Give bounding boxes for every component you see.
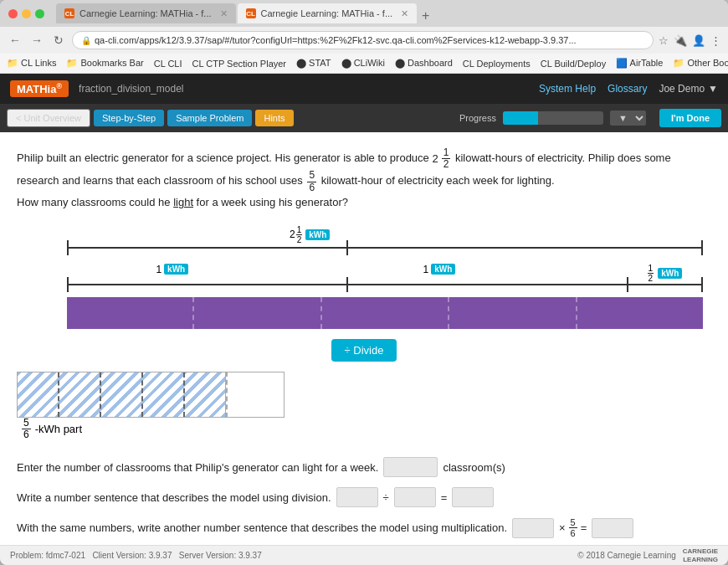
problem-text-1: Philip built an electric generator for a…: [17, 152, 432, 164]
q1-unit: classroom(s): [443, 461, 505, 474]
carnegie-logo: CARNEGIE LEARNING: [683, 547, 718, 563]
top-label-mixed: 212: [290, 225, 303, 244]
user-dropdown-icon: ▼: [708, 83, 718, 95]
fraction-five-sixths: 56: [307, 170, 316, 193]
multiply-fraction: ×56=: [559, 517, 587, 538]
btick-end: [701, 277, 703, 292]
bm-stat[interactable]: ⬤ STAT: [296, 58, 331, 69]
bm-airtable[interactable]: 🟦 AirTable: [616, 58, 663, 69]
q3-input-2[interactable]: [592, 518, 633, 538]
glossary-link[interactable]: Glossary: [608, 83, 647, 95]
seg3-label: 12 kWh: [646, 264, 683, 283]
hatch-filled: [17, 372, 226, 418]
step-by-step-button[interactable]: Step-by-Step: [94, 110, 164, 126]
account-icon[interactable]: 👤: [692, 34, 705, 47]
seg1-text: 1: [156, 264, 161, 275]
bm-build[interactable]: CL Build/Deploy: [541, 59, 606, 69]
user-menu[interactable]: Joe Demo ▼: [659, 83, 718, 95]
q2-input-2[interactable]: [394, 487, 436, 507]
seg2-label: 1 kWh: [423, 264, 456, 275]
divide-button[interactable]: ÷ Divide: [331, 339, 397, 362]
bm-deployments[interactable]: CL Deployments: [463, 59, 531, 69]
q1-text: Enter the number of classrooms that Phil…: [17, 461, 378, 474]
refresh-button[interactable]: ↻: [50, 33, 67, 47]
diagram-bottom: 1 kWh 1 kWh 12 kWh: [17, 260, 711, 295]
bm-cl-links[interactable]: 📁 CL Links: [7, 58, 56, 69]
tab-close-1[interactable]: ✕: [220, 8, 228, 19]
tick-mid: [346, 240, 348, 255]
tab-2[interactable]: CL Carnegie Learning: MATHia - f... ✕: [238, 3, 418, 23]
bm-bookmarks-bar[interactable]: 📁 Bookmarks Bar: [66, 58, 143, 69]
progress-section: Progress ▼ I'm Done: [459, 109, 721, 127]
unit-overview-button[interactable]: < Unit Overview: [7, 109, 90, 127]
address-bar[interactable]: 🔒 qa-cli.com/apps/k12/3.9.37/sap/#/tutor…: [72, 31, 654, 49]
purple-seg-3: [322, 297, 449, 329]
purple-seg-1: [67, 297, 194, 329]
q2-input-3[interactable]: [452, 487, 494, 507]
input-row-3: With the same numbers, write another num…: [17, 517, 711, 538]
seg3-kwh: kWh: [658, 268, 682, 279]
seg1-label: 1 kWh: [156, 264, 188, 275]
minimize-button[interactable]: [22, 9, 31, 18]
tab-1[interactable]: CL Carnegie Learning: MATHia - f... ✕: [56, 3, 236, 23]
mixed-number-1: 212: [432, 147, 452, 170]
new-tab-button[interactable]: +: [422, 8, 429, 23]
system-help-link[interactable]: System Help: [539, 83, 596, 95]
bookmark-star-icon[interactable]: ☆: [659, 34, 669, 47]
purple-seg-5: [577, 297, 703, 329]
q3-text: With the same numbers, write another num…: [17, 521, 507, 534]
nav-bar: < Unit Overview Step-by-Step Sample Prob…: [0, 104, 728, 132]
hatch-seg-2: [59, 372, 101, 417]
divide-sign: ÷: [383, 491, 389, 504]
kwhpart-fraction: 5 6: [22, 418, 31, 440]
q2-text: Write a number sentence that describes t…: [17, 491, 331, 504]
maximize-button[interactable]: [35, 9, 44, 18]
imdone-button[interactable]: I'm Done: [659, 109, 721, 127]
header-right: System Help Glossary Joe Demo ▼: [539, 83, 718, 95]
diagram-area: 212 kWh 1 kWh 1 kWh: [17, 223, 711, 329]
hatch-seg-3: [101, 372, 143, 417]
bar-icons: ☆ 🔌 👤 ⋮: [659, 34, 721, 47]
bm-cl-cli[interactable]: CL CLI: [154, 59, 182, 69]
bm-ctp[interactable]: CL CTP Section Player: [192, 59, 287, 69]
hints-button[interactable]: Hints: [255, 110, 293, 126]
hatch-empty: [226, 372, 285, 418]
bm-dashboard[interactable]: ⬤ Dashboard: [395, 58, 453, 69]
status-client: Client Version: 3.9.37: [92, 551, 172, 560]
traffic-lights: [8, 9, 44, 18]
kwhpart-label-row: 5 6 -kWh part: [17, 418, 285, 440]
extension-icon[interactable]: 🔌: [674, 34, 687, 47]
sample-problem-button[interactable]: Sample Problem: [167, 110, 252, 126]
seg2-text: 1: [423, 264, 429, 275]
purple-dividers: [67, 297, 703, 329]
tab-close-2[interactable]: ✕: [401, 8, 408, 19]
kwhpart-num: 5: [22, 418, 31, 429]
hatch-col: 5 6 -kWh part: [17, 372, 285, 440]
progress-label: Progress: [459, 113, 496, 123]
bookmarks-bar: 📁 CL Links 📁 Bookmarks Bar CL CLI CL CTP…: [0, 54, 728, 74]
hatch-seg-5: [185, 372, 225, 417]
tab-label-2: Carnegie Learning: MATHia - f...: [261, 8, 393, 18]
kwhpart-den: 6: [22, 429, 31, 440]
settings-icon[interactable]: ⋮: [710, 34, 721, 47]
bm-cliwiki[interactable]: ⬤ CLiWiki: [341, 58, 385, 69]
q1-input[interactable]: [383, 457, 438, 477]
tab-label-1: Carnegie Learning: MATHia - f...: [79, 8, 212, 18]
progress-dropdown[interactable]: ▼: [610, 110, 646, 126]
tab-favicon-1: CL: [64, 8, 74, 18]
problem-text-3: kilowatt-hour of electricity each week f…: [321, 175, 555, 187]
hatch-boxes: [17, 372, 285, 418]
bm-other[interactable]: 📁 Other Bookmarks: [673, 58, 728, 69]
close-button[interactable]: [8, 9, 18, 18]
btick-2: [627, 277, 628, 292]
q2-input-1[interactable]: [336, 487, 378, 507]
back-button[interactable]: ←: [7, 33, 23, 47]
purple-seg-2: [194, 297, 321, 329]
forward-button[interactable]: →: [28, 33, 45, 47]
seg2-kwh: kWh: [431, 264, 455, 275]
model-name: fraction_division_model: [79, 83, 183, 95]
input-row-2: Write a number sentence that describes t…: [17, 487, 711, 507]
q3-input-1[interactable]: [512, 518, 554, 538]
seg1-kwh: kWh: [164, 264, 188, 275]
diagram-top: 212 kWh: [17, 223, 711, 259]
